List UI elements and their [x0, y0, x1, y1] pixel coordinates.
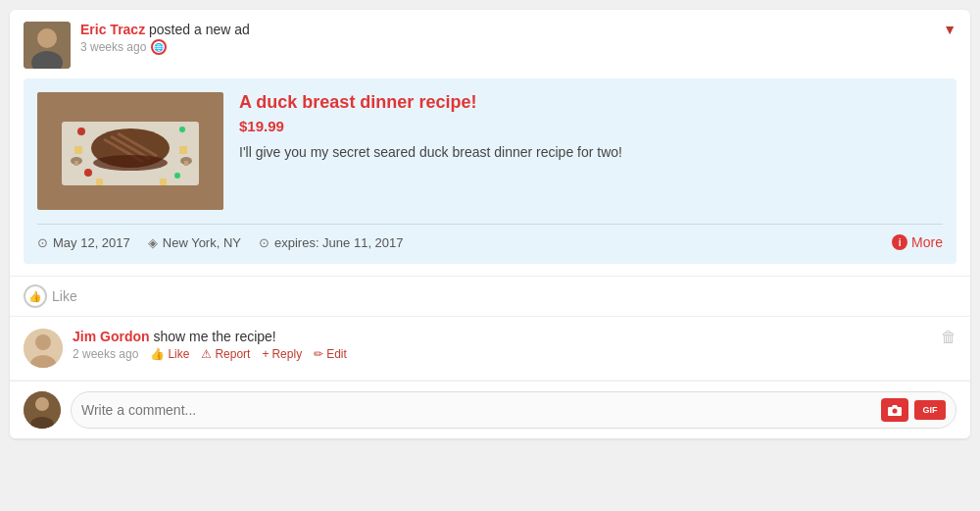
ad-image-inner [37, 92, 223, 210]
post-author-line: Eric Tracz posted a new ad [80, 22, 250, 37]
thumbs-up-icon: 👍 [150, 347, 165, 361]
post-time-line: 3 weeks ago 🌐 [80, 39, 250, 55]
post-action: posted a new ad [145, 22, 250, 37]
comment-input[interactable] [81, 402, 881, 418]
gif-button[interactable]: GIF [914, 400, 946, 420]
comment-edit-button[interactable]: ✏ Edit [314, 347, 347, 361]
warning-icon: ⚠ [201, 347, 212, 361]
ad-date: May 12, 2017 [53, 235, 130, 250]
svg-point-23 [35, 334, 51, 350]
input-icons: GIF [881, 398, 946, 422]
comment-report-button[interactable]: ⚠ Report [201, 347, 250, 361]
ad-content: A duck breast dinner recipe! $19.99 I'll… [37, 92, 943, 210]
comment-like-button[interactable]: 👍 Like [150, 347, 189, 361]
ad-location-item: ◈ New York, NY [148, 235, 241, 250]
comment-content: show me the recipe! [150, 329, 276, 344]
svg-rect-19 [74, 161, 78, 166]
ad-card: A duck breast dinner recipe! $19.99 I'll… [24, 78, 956, 264]
svg-rect-16 [96, 179, 103, 185]
post-header-left: Eric Tracz posted a new ad 3 weeks ago 🌐 [24, 22, 250, 69]
ad-footer-left: ⊙ May 12, 2017 ◈ New York, NY ⊙ expires:… [37, 235, 404, 250]
comment-section: Jim Gordon show me the recipe! 2 weeks a… [10, 316, 970, 438]
ad-date-item: ⊙ May 12, 2017 [37, 235, 130, 250]
like-bar: 👍 Like [10, 276, 970, 316]
comment-item: Jim Gordon show me the recipe! 2 weeks a… [10, 317, 970, 381]
pencil-icon: ✏ [314, 347, 323, 361]
info-icon: i [892, 234, 907, 250]
comment-input-wrapper[interactable]: GIF [71, 391, 956, 429]
comment-body: Jim Gordon show me the recipe! 2 weeks a… [73, 329, 931, 361]
svg-point-13 [174, 173, 180, 179]
ad-footer: ⊙ May 12, 2017 ◈ New York, NY ⊙ expires:… [37, 224, 943, 250]
like-button[interactable]: 👍 Like [24, 284, 77, 308]
svg-rect-15 [179, 146, 187, 154]
more-label: More [911, 234, 943, 250]
globe-icon: 🌐 [151, 39, 167, 55]
ad-image [37, 92, 223, 210]
comment-text: Jim Gordon show me the recipe! [73, 329, 931, 344]
comment-delete-button[interactable]: 🗑 [941, 329, 956, 346]
current-user-avatar [24, 391, 61, 429]
ad-location: New York, NY [163, 235, 241, 250]
post-header: Eric Tracz posted a new ad 3 weeks ago 🌐… [10, 10, 970, 78]
plus-icon: + [262, 347, 269, 361]
post-meta: Eric Tracz posted a new ad 3 weeks ago 🌐 [80, 22, 250, 55]
post-time: 3 weeks ago [80, 40, 146, 54]
clock-icon: ⊙ [259, 235, 270, 250]
more-button[interactable]: i More [892, 234, 943, 250]
comment-author-avatar [24, 329, 63, 368]
author-avatar [24, 22, 71, 69]
ad-expires-item: ⊙ expires: June 11, 2017 [259, 235, 404, 250]
camera-button[interactable] [881, 398, 908, 422]
comment-actions: 2 weeks ago 👍 Like ⚠ Report + Reply ✏ [73, 347, 931, 361]
svg-point-28 [893, 409, 898, 414]
like-circle-icon: 👍 [24, 284, 47, 308]
author-name[interactable]: Eric Tracz [80, 22, 145, 37]
location-icon: ◈ [148, 235, 158, 250]
ad-price: $19.99 [239, 118, 943, 134]
svg-point-9 [93, 155, 168, 171]
like-label: Like [52, 288, 77, 304]
svg-point-12 [179, 127, 185, 132]
svg-point-10 [77, 128, 85, 135]
comment-time: 2 weeks ago [73, 347, 138, 361]
svg-point-26 [35, 397, 49, 411]
svg-point-1 [37, 28, 57, 48]
comment-input-row: GIF [10, 381, 970, 438]
ad-expires: expires: June 11, 2017 [274, 235, 404, 250]
svg-rect-17 [160, 179, 167, 185]
ad-description: I'll give you my secret seared duck brea… [239, 142, 943, 163]
svg-rect-21 [184, 161, 188, 166]
svg-rect-14 [74, 146, 82, 154]
ad-details: A duck breast dinner recipe! $19.99 I'll… [239, 92, 943, 163]
comment-author-name[interactable]: Jim Gordon [73, 329, 150, 344]
comment-reply-button[interactable]: + Reply [262, 347, 302, 361]
dropdown-arrow[interactable]: ▼ [943, 22, 956, 37]
post-card: Eric Tracz posted a new ad 3 weeks ago 🌐… [10, 10, 970, 438]
ad-title: A duck breast dinner recipe! [239, 92, 943, 113]
svg-point-11 [84, 169, 92, 177]
calendar-icon: ⊙ [37, 235, 48, 250]
